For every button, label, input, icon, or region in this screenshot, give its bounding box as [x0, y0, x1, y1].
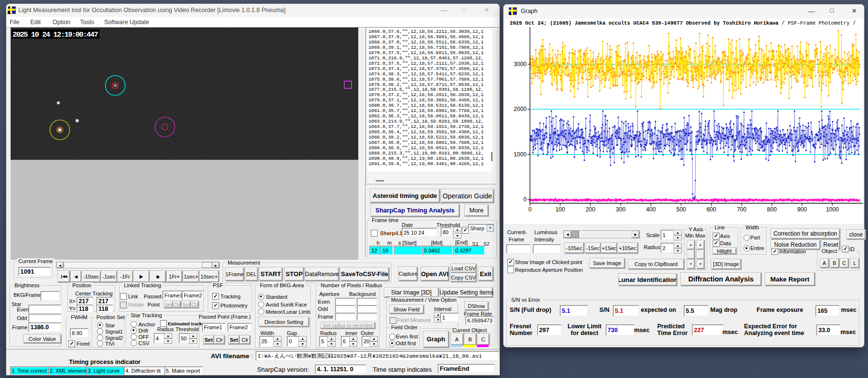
svg-text:2000: 2000: [514, 106, 527, 112]
svg-text:2025 10 24 12:19:00:447: 2025 10 24 12:19:00:447: [13, 30, 98, 39]
svg-text:100: 100: [556, 206, 565, 213]
svg-text:0: 0: [529, 206, 532, 213]
svg-text:900: 900: [797, 206, 807, 213]
svg-text:400: 400: [646, 206, 656, 213]
svg-text:700: 700: [737, 206, 746, 213]
svg-text:500: 500: [676, 206, 686, 213]
svg-text:0: 0: [523, 196, 527, 203]
svg-text:800: 800: [767, 206, 777, 213]
svg-text:3000: 3000: [514, 61, 527, 68]
svg-text:600: 600: [706, 206, 716, 213]
svg-text:300: 300: [616, 206, 625, 213]
svg-text:200: 200: [585, 206, 595, 213]
svg-text:1000: 1000: [826, 206, 839, 213]
svg-text:1000: 1000: [514, 151, 527, 158]
